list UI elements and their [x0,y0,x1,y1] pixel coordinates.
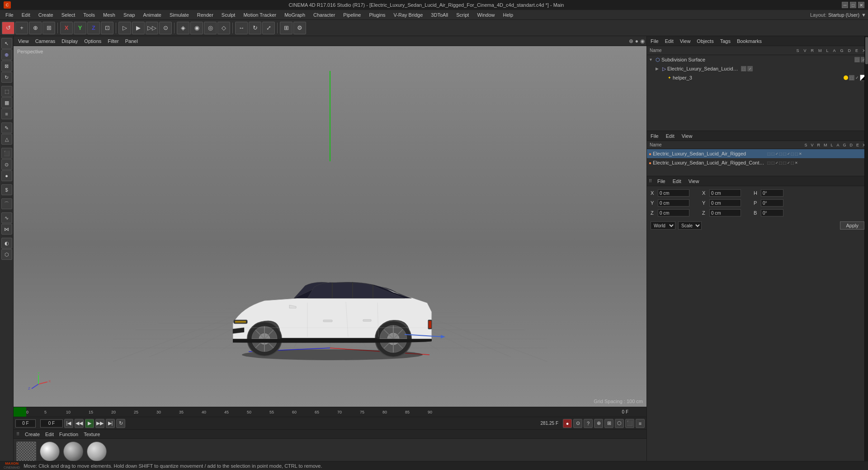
menu-render[interactable]: Render [193,11,217,19]
tool-snap[interactable]: ⊞ [280,22,292,34]
timeline-button[interactable]: ⬛ [625,419,634,428]
tool3[interactable]: ⊕ [29,22,42,34]
tool-move[interactable]: ↔ [235,22,248,34]
y-size-input[interactable] [709,199,741,207]
object-row-car[interactable]: ▶ ▷ Electric_Luxury_Sedan_Lucid_Air_Rigg… [647,64,868,73]
tool-render3[interactable]: ▷▷ [146,22,158,34]
menu-help[interactable]: Help [500,11,517,19]
tool-deform[interactable]: ⚙ [293,22,306,34]
tool-mirror[interactable]: ⬡ [1,249,12,260]
obj-menu-view[interactable]: View [678,38,693,45]
vp-menu-panel[interactable]: Panel [123,38,141,45]
vp-menu-display[interactable]: Display [59,38,80,45]
scene-menu-file[interactable]: File [649,132,660,140]
tool-spline[interactable]: $ [1,184,12,195]
menu-sculpt[interactable]: Sculpt [218,11,239,19]
menu-motiontracker[interactable]: Motion Tracker [240,11,280,19]
menu-create[interactable]: Create [35,11,57,19]
tool-z[interactable]: Z [87,22,100,34]
tool-sphere[interactable]: ● [1,170,12,181]
h-rotation-input[interactable] [761,189,783,197]
vp-menu-filter[interactable]: Filter [105,38,121,45]
object-row-helper[interactable]: ✦ helper_3 ⬚ ✓ [647,73,868,82]
menu-plugins[interactable]: Plugins [365,11,389,19]
menu-select[interactable]: Select [58,11,79,19]
menu-window[interactable]: Window [473,11,498,19]
scene-row-controllers[interactable]: ● Electric_Luxury_Sedan_Lucid_Air_Rigged… [647,158,868,167]
play-button[interactable]: ▶ [85,419,94,428]
x-position-input[interactable] [658,189,689,197]
menu-animate[interactable]: Animate [140,11,165,19]
menu-snap[interactable]: Snap [120,11,139,19]
tool-cloth[interactable]: ⋈ [1,224,12,235]
obj-menu-tags[interactable]: Tags [718,38,732,45]
tool-render2[interactable]: ▶ [132,22,145,34]
coord-type-select[interactable]: Scale Size [678,221,702,230]
skip-to-end-button[interactable]: ▶| [106,419,115,428]
tool-box[interactable]: ⬛ [1,148,12,159]
vp-icon-2[interactable]: ● [635,38,638,44]
tool-layer[interactable]: ≡ [1,108,12,119]
tool-select[interactable]: ↖ [1,38,12,49]
tool-cylinder[interactable]: ⊙ [1,159,12,170]
redo-button[interactable]: + [15,22,28,34]
layout-selector[interactable]: Startup (User) [828,12,859,18]
attr-menu-edit[interactable]: Edit [671,178,683,185]
menu-file[interactable]: File [2,11,17,19]
tool-checker[interactable]: ▦ [1,97,12,108]
b-rotation-input[interactable] [761,209,783,216]
y-position-input[interactable] [658,199,689,207]
obj-menu-file[interactable]: File [649,38,660,45]
tool-poly[interactable]: ◇ [217,22,230,34]
key3-button[interactable]: ⊞ [604,419,613,428]
loop-button[interactable]: ↻ [116,419,125,428]
menu-tools[interactable]: Tools [80,11,99,19]
maximize-button[interactable]: □ [850,2,856,8]
undo-button[interactable]: ↺ [2,22,14,34]
tool-hair[interactable]: ∿ [1,212,12,223]
menu-script[interactable]: Script [453,11,472,19]
attr-menu-view[interactable]: View [687,178,701,185]
key4-button[interactable]: ⬡ [615,419,624,428]
mat-menu-create[interactable]: Create [25,432,40,437]
tool-y[interactable]: Y [74,22,86,34]
vp-icon-3[interactable]: ◉ [640,38,645,44]
skip-to-start-button[interactable]: |◀ [64,419,73,428]
obj-menu-bookmarks[interactable]: Bookmarks [735,38,764,45]
key2-button[interactable]: ⊕ [594,419,603,428]
scene-menu-view[interactable]: View [680,132,694,140]
vp-menu-cameras[interactable]: Cameras [33,38,58,45]
mat-menu-function[interactable]: Function [59,432,78,437]
object-row-subdivision[interactable]: ▼ ⬡ Subdivision Surface ⬚ ✓ [647,55,868,64]
apply-button[interactable]: Apply [840,221,864,230]
tool-cam[interactable]: ⬚ [1,86,12,97]
tool-model[interactable]: ◈ [177,22,189,34]
key-button[interactable]: ? [584,419,593,428]
obj-menu-edit[interactable]: Edit [663,38,675,45]
menu-simulate[interactable]: Simulate [166,11,193,19]
tool-rotate2[interactable]: ↻ [1,72,12,83]
tool-point[interactable]: ◉ [190,22,203,34]
menu-character[interactable]: Character [310,11,339,19]
z-position-input[interactable] [658,209,689,216]
p-rotation-input[interactable] [761,199,783,207]
tool-pen[interactable]: ✎ [1,122,12,133]
obj-menu-objects[interactable]: Objects [695,38,715,45]
close-button[interactable]: ✕ [858,2,864,8]
tool-x[interactable]: X [60,22,73,34]
menu-edit[interactable]: Edit [18,11,34,19]
tool-shape[interactable]: △ [1,134,12,145]
mat-menu-edit[interactable]: Edit [45,432,54,437]
tool-rotate[interactable]: ↻ [249,22,261,34]
tool-deform2[interactable]: ⌒ [1,198,12,209]
menu-mograph[interactable]: MoGraph [281,11,309,19]
z-size-input[interactable] [709,209,741,216]
menu-mesh[interactable]: Mesh [99,11,119,19]
frame-counter-input[interactable] [40,419,63,428]
vp-icon-1[interactable]: ⊕ [629,38,633,44]
coord-space-select[interactable]: World Object [651,221,675,230]
tool-scale2[interactable]: ⊠ [1,61,12,71]
tool4[interactable]: ⊞ [42,22,55,34]
vp-menu-view[interactable]: View [15,38,32,45]
frame-number-input[interactable] [15,419,36,428]
